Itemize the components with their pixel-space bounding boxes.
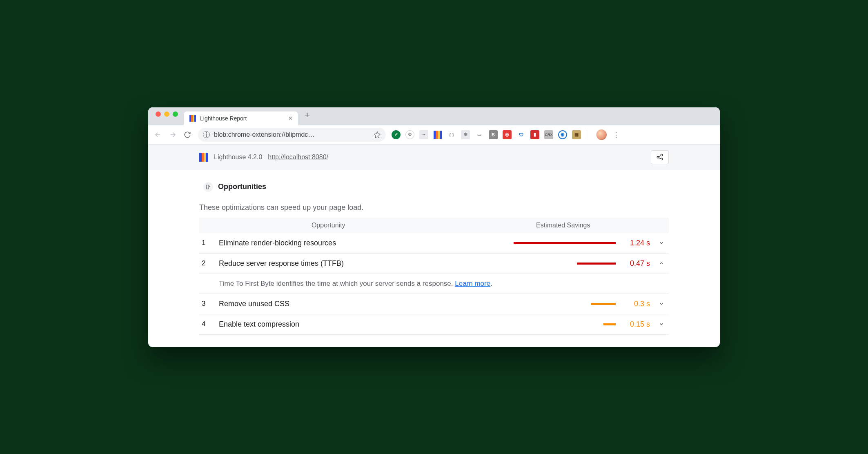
tab-strip: Lighthouse Report × + — [148, 107, 720, 125]
extension-icon[interactable]: { } — [447, 130, 456, 139]
row-number: 3 — [202, 300, 215, 308]
extensions-strip: ✓ ⚙ •• { } ✽ ▭ B ◎ 🛡 ▮ CRX ◉ ▦ — [390, 130, 583, 139]
row-label: Enable text compression — [219, 320, 510, 329]
extension-icon[interactable]: ▭ — [475, 130, 484, 139]
window-controls — [153, 111, 184, 121]
row-savings: 0.47 s — [620, 259, 652, 268]
row-label: Remove unused CSS — [219, 300, 510, 308]
chevron-up-icon — [659, 260, 664, 266]
page-content: Lighthouse 4.2.0 http://localhost:8080/ … — [148, 145, 720, 347]
extension-icon[interactable]: ✽ — [461, 130, 470, 139]
bookmark-star-button[interactable] — [374, 131, 381, 138]
opportunities-table-header: Opportunity Estimated Savings — [199, 218, 669, 233]
extension-icon[interactable]: ◉ — [558, 130, 567, 139]
report-body: Opportunities These optimizations can sp… — [199, 170, 669, 347]
expand-toggle[interactable] — [657, 260, 666, 266]
star-icon — [374, 131, 381, 138]
row-number: 4 — [202, 320, 215, 328]
savings-bar-track — [514, 263, 616, 265]
profile-avatar[interactable] — [596, 129, 607, 140]
savings-bar — [514, 242, 616, 244]
arrow-left-icon — [154, 131, 162, 138]
savings-bar — [603, 323, 616, 325]
savings-bar-track — [514, 303, 616, 305]
extension-icon[interactable]: CRX — [544, 130, 553, 139]
lighthouse-extension-icon[interactable] — [433, 130, 442, 139]
forward-button[interactable] — [166, 128, 179, 141]
opportunity-row[interactable]: 3Remove unused CSS0.3 s — [199, 294, 669, 314]
row-label: Eliminate render-blocking resources — [219, 239, 510, 247]
extension-icon[interactable]: ◎ — [503, 130, 512, 139]
section-title: Opportunities — [218, 182, 266, 191]
opportunities-section-header: Opportunities — [199, 178, 669, 196]
share-button[interactable] — [651, 150, 669, 164]
row-number: 1 — [202, 239, 215, 247]
extension-icon[interactable]: ▮ — [530, 130, 539, 139]
site-info-icon[interactable]: i — [203, 131, 210, 138]
extension-icon[interactable]: •• — [419, 130, 428, 139]
arrow-right-icon — [169, 131, 176, 138]
section-description: These optimizations can speed up your pa… — [199, 196, 669, 218]
detail-text: Time To First Byte identifies the time a… — [219, 280, 455, 287]
reload-button[interactable] — [181, 128, 194, 141]
savings-bar — [577, 263, 616, 265]
expand-toggle[interactable] — [657, 321, 666, 327]
back-button[interactable] — [151, 128, 165, 141]
new-tab-button[interactable]: + — [298, 110, 316, 123]
extension-icon[interactable]: 🛡 — [516, 130, 525, 139]
row-number: 2 — [202, 259, 215, 267]
share-icon — [656, 154, 663, 161]
expand-toggle[interactable] — [657, 301, 666, 307]
lighthouse-favicon-icon — [189, 115, 196, 122]
row-savings: 1.24 s — [620, 239, 652, 247]
tab-title: Lighthouse Report — [200, 115, 285, 122]
extension-icon[interactable]: ⚙ — [405, 130, 414, 139]
address-bar[interactable]: i blob:chrome-extension://blipmdc… — [198, 128, 386, 142]
reload-icon — [184, 131, 191, 138]
row-label: Reduce server response times (TTFB) — [219, 259, 510, 268]
chevron-down-icon — [659, 321, 664, 327]
opportunity-row[interactable]: 1Eliminate render-blocking resources1.24… — [199, 233, 669, 254]
chevron-down-icon — [659, 301, 664, 307]
close-window-button[interactable] — [156, 111, 161, 117]
extension-icon[interactable]: ▦ — [572, 130, 581, 139]
row-savings: 0.15 s — [620, 320, 652, 329]
savings-bar-track — [514, 323, 616, 325]
opportunities-rows: 1Eliminate render-blocking resources1.24… — [199, 233, 669, 335]
learn-more-link[interactable]: Learn more — [455, 280, 490, 287]
savings-bar-track — [514, 242, 616, 244]
column-header-opportunity: Opportunity — [199, 222, 458, 229]
lighthouse-header: Lighthouse 4.2.0 http://localhost:8080/ — [148, 145, 720, 170]
url-text: blob:chrome-extension://blipmdc… — [214, 131, 314, 138]
browser-toolbar: i blob:chrome-extension://blipmdc… ✓ ⚙ •… — [148, 125, 720, 145]
separator — [587, 130, 587, 139]
row-savings: 0.3 s — [620, 300, 652, 308]
lighthouse-version: Lighthouse 4.2.0 — [214, 154, 262, 161]
lighthouse-logo-icon — [199, 153, 208, 162]
browser-tab[interactable]: Lighthouse Report × — [184, 111, 298, 125]
extension-icon[interactable]: B — [489, 130, 498, 139]
browser-window: Lighthouse Report × + i blob:chrome-exte… — [148, 107, 720, 347]
maximize-window-button[interactable] — [173, 111, 178, 117]
opportunity-detail: Time To First Byte identifies the time a… — [199, 274, 669, 294]
minimize-window-button[interactable] — [164, 111, 169, 117]
opportunity-row[interactable]: 4Enable text compression0.15 s — [199, 314, 669, 335]
browser-menu-button[interactable]: ⋮ — [608, 130, 623, 139]
expand-toggle[interactable] — [657, 240, 666, 246]
savings-bar — [591, 303, 616, 305]
chevron-down-icon — [659, 240, 664, 246]
opportunities-icon — [203, 182, 213, 192]
close-tab-button[interactable]: × — [289, 115, 292, 122]
opportunity-row[interactable]: 2Reduce server response times (TTFB)0.47… — [199, 254, 669, 274]
extension-icon[interactable]: ✓ — [392, 130, 401, 139]
column-header-savings: Estimated Savings — [458, 222, 669, 229]
tested-url-link[interactable]: http://localhost:8080/ — [268, 154, 328, 161]
